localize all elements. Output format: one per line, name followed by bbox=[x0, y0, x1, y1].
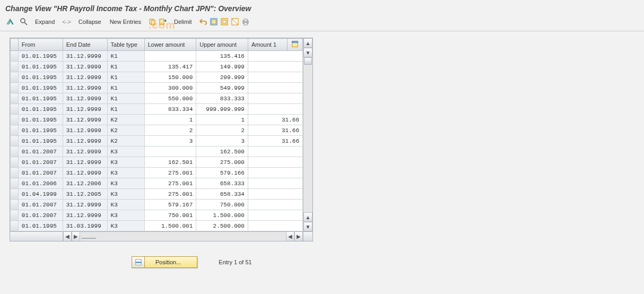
table-row[interactable]: 01.01.200731.12.9999K3162.500 bbox=[11, 146, 303, 157]
table-row[interactable]: 01.01.199531.12.9999K1150.000299.999 bbox=[11, 72, 303, 83]
cell-type[interactable]: K2 bbox=[107, 115, 144, 125]
cell-from[interactable]: 01.04.1999 bbox=[18, 189, 63, 200]
cell-from[interactable]: 01.01.1995 bbox=[18, 136, 63, 146]
cell-end[interactable]: 31.03.1999 bbox=[63, 221, 107, 231]
row-selector[interactable] bbox=[11, 125, 19, 136]
cell-from[interactable]: 01.01.2007 bbox=[18, 200, 63, 210]
cell-amt1[interactable] bbox=[248, 221, 302, 231]
col-end[interactable]: End Date bbox=[63, 39, 107, 51]
cell-from[interactable]: 01.01.1995 bbox=[18, 93, 63, 104]
cell-upper[interactable]: 999.999.999 bbox=[196, 104, 248, 115]
cell-amt1[interactable] bbox=[248, 83, 302, 93]
cell-from[interactable]: 01.01.2007 bbox=[18, 146, 63, 157]
cell-type[interactable]: K1 bbox=[107, 104, 144, 115]
select-block-icon[interactable] bbox=[220, 17, 229, 27]
hscroll-thumb-left[interactable] bbox=[81, 238, 96, 239]
cell-type[interactable]: K1 bbox=[107, 62, 144, 72]
col-from[interactable]: From bbox=[18, 39, 63, 51]
cell-end[interactable]: 31.12.9999 bbox=[63, 125, 107, 136]
cell-end[interactable]: 31.12.2005 bbox=[63, 189, 107, 200]
cell-type[interactable]: K3 bbox=[107, 189, 144, 200]
row-selector[interactable] bbox=[11, 157, 19, 168]
cell-end[interactable]: 31.12.9999 bbox=[63, 210, 107, 221]
cell-upper[interactable]: 135.416 bbox=[196, 51, 248, 62]
cell-type[interactable]: K2 bbox=[107, 136, 144, 146]
cell-type[interactable]: K3 bbox=[107, 157, 144, 168]
cell-from[interactable]: 01.01.1995 bbox=[18, 115, 63, 125]
row-selector[interactable] bbox=[11, 93, 19, 104]
row-selector[interactable] bbox=[11, 115, 19, 125]
cell-end[interactable]: 31.12.9999 bbox=[63, 62, 107, 72]
cell-end[interactable]: 31.12.9999 bbox=[63, 51, 107, 62]
table-row[interactable]: 01.01.199531.12.9999K1833.334999.999.999 bbox=[11, 104, 303, 115]
cell-end[interactable]: 31.12.2006 bbox=[63, 178, 107, 189]
cell-lower[interactable]: 275.001 bbox=[144, 168, 196, 178]
row-selector[interactable] bbox=[11, 72, 19, 83]
cell-upper[interactable]: 549.999 bbox=[196, 83, 248, 93]
cell-type[interactable]: K2 bbox=[107, 125, 144, 136]
cell-end[interactable]: 31.12.9999 bbox=[63, 104, 107, 115]
cell-lower[interactable]: 275.001 bbox=[144, 189, 196, 200]
table-row[interactable]: 01.01.199531.12.9999K1550.000833.333 bbox=[11, 93, 303, 104]
other-view-icon[interactable] bbox=[5, 17, 15, 27]
cell-from[interactable]: 01.01.2007 bbox=[18, 157, 63, 168]
table-row[interactable]: 01.01.200631.12.2006K3275.001658.333 bbox=[11, 178, 303, 189]
hscroll-right-step-icon[interactable]: ▶ bbox=[72, 232, 80, 241]
new-entries-link[interactable]: New Entries bbox=[108, 19, 143, 25]
undo-icon[interactable] bbox=[198, 17, 208, 27]
scroll-track[interactable] bbox=[303, 57, 312, 212]
copy-icon[interactable] bbox=[147, 17, 157, 27]
cell-end[interactable]: 31.12.9999 bbox=[63, 146, 107, 157]
cell-upper[interactable]: 275.000 bbox=[196, 157, 248, 168]
vertical-scrollbar[interactable]: ▲ ▼ ▲ ▼ bbox=[303, 38, 312, 231]
table-row[interactable]: 01.01.199531.12.9999K23331.66 bbox=[11, 136, 303, 146]
cell-upper[interactable]: 579.166 bbox=[196, 168, 248, 178]
table-row[interactable]: 01.01.199531.12.9999K1135.417149.999 bbox=[11, 62, 303, 72]
horizontal-scrollbar[interactable]: ◀ ▶ ◀ ▶ bbox=[10, 232, 313, 241]
table-row[interactable]: 01.01.200731.12.9999K3275.001579.166 bbox=[11, 168, 303, 178]
cell-from[interactable]: 01.01.1995 bbox=[18, 62, 63, 72]
hscroll-left-icon[interactable]: ◀ bbox=[63, 232, 72, 241]
cell-amt1[interactable] bbox=[248, 146, 302, 157]
row-selector[interactable] bbox=[11, 146, 19, 157]
cell-amt1[interactable]: 31.66 bbox=[248, 136, 302, 146]
cell-type[interactable]: K1 bbox=[107, 72, 144, 83]
cell-upper[interactable]: 3 bbox=[196, 136, 248, 146]
table-settings-icon[interactable] bbox=[288, 39, 303, 51]
cell-amt1[interactable]: 31.66 bbox=[248, 115, 302, 125]
cell-end[interactable]: 31.12.9999 bbox=[63, 200, 107, 210]
row-selector[interactable] bbox=[11, 51, 19, 62]
table-row[interactable]: 01.04.199931.12.2005K3275.001658.334 bbox=[11, 189, 303, 200]
cell-amt1[interactable] bbox=[248, 62, 302, 72]
deselect-all-icon[interactable] bbox=[230, 17, 240, 27]
table-row[interactable]: 01.01.199531.12.9999K1135.416 bbox=[11, 51, 303, 62]
table-row[interactable]: 01.01.199531.12.9999K22231.66 bbox=[11, 125, 303, 136]
scroll-up-step-icon[interactable]: ▲ bbox=[303, 212, 312, 222]
cell-lower[interactable]: 275.001 bbox=[144, 178, 196, 189]
cell-end[interactable]: 31.12.9999 bbox=[63, 72, 107, 83]
cell-amt1[interactable] bbox=[248, 72, 302, 83]
table-row[interactable]: 01.01.199531.03.1999K31.500.0012.500.000 bbox=[11, 221, 303, 231]
cell-from[interactable]: 01.01.1995 bbox=[18, 72, 63, 83]
table-row[interactable]: 01.01.199531.12.9999K1300.000549.999 bbox=[11, 83, 303, 93]
cell-type[interactable]: K3 bbox=[107, 200, 144, 210]
row-selector[interactable] bbox=[11, 136, 19, 146]
row-selector[interactable] bbox=[11, 210, 19, 221]
row-selector-header[interactable] bbox=[11, 39, 19, 51]
cell-lower[interactable] bbox=[144, 146, 196, 157]
position-button[interactable]: Position... bbox=[132, 256, 197, 268]
cell-from[interactable]: 01.01.2007 bbox=[18, 168, 63, 178]
cell-from[interactable]: 01.01.1995 bbox=[18, 104, 63, 115]
scroll-thumb[interactable] bbox=[304, 57, 312, 65]
find-icon[interactable] bbox=[19, 17, 29, 27]
cell-from[interactable]: 01.01.1995 bbox=[18, 125, 63, 136]
cell-amt1[interactable]: 31.66 bbox=[248, 125, 302, 136]
cell-type[interactable]: K3 bbox=[107, 210, 144, 221]
hscroll-right2-icon[interactable]: ▶ bbox=[294, 232, 303, 241]
copy-as-icon[interactable] bbox=[158, 17, 168, 27]
cell-amt1[interactable] bbox=[248, 189, 302, 200]
table-row[interactable]: 01.01.200731.12.9999K3750.0011.500.000 bbox=[11, 210, 303, 221]
cell-end[interactable]: 31.12.9999 bbox=[63, 83, 107, 93]
cell-amt1[interactable] bbox=[248, 104, 302, 115]
cell-end[interactable]: 31.12.9999 bbox=[63, 115, 107, 125]
